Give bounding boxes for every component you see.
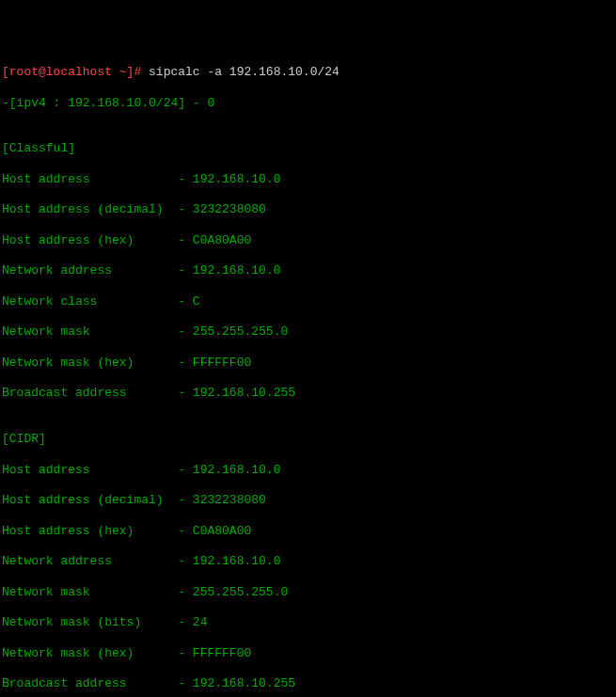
row-label: Network address bbox=[2, 263, 178, 277]
classful-row: Broadcast address - 192.168.10.255 bbox=[2, 386, 614, 401]
row-label: Network mask (bits) bbox=[2, 615, 178, 629]
cidr-row: Host address (hex) - C0A80A00 bbox=[2, 524, 614, 539]
row-label: Network mask bbox=[2, 585, 178, 599]
output-header: -[ipv4 : 192.168.10.0/24] - 0 bbox=[2, 96, 614, 111]
cidr-row: Network address - 192.168.10.0 bbox=[2, 554, 614, 569]
classful-row: Network mask - 255.255.255.0 bbox=[2, 325, 614, 340]
row-label: Network mask (hex) bbox=[2, 646, 178, 660]
row-value: - 192.168.10.0 bbox=[178, 463, 280, 477]
prompt-line[interactable]: [root@localhost ~]# sipcalc -a 192.168.1… bbox=[2, 65, 614, 80]
cidr-title: [CIDR] bbox=[2, 432, 614, 447]
row-label: Network address bbox=[2, 554, 178, 568]
row-value: - 255.255.255.0 bbox=[178, 325, 288, 339]
classful-row: Network mask (hex) - FFFFFF00 bbox=[2, 356, 614, 371]
classful-row: Network class - C bbox=[2, 294, 614, 309]
row-label: Host address (decimal) bbox=[2, 493, 178, 507]
row-value: - 255.255.255.0 bbox=[178, 585, 288, 599]
cidr-row: Host address (decimal) - 3232238080 bbox=[2, 493, 614, 508]
row-value: - 3232238080 bbox=[178, 493, 266, 507]
classful-title: [Classful] bbox=[2, 141, 614, 156]
prompt-command: sipcalc -a 192.168.10.0/24 bbox=[141, 65, 340, 79]
row-label: Host address (decimal) bbox=[2, 202, 178, 216]
row-value: - 192.168.10.0 bbox=[178, 172, 280, 186]
cidr-row: Host address - 192.168.10.0 bbox=[2, 463, 614, 478]
cidr-row: Network mask (bits) - 24 bbox=[2, 615, 614, 630]
cidr-row: Network mask - 255.255.255.0 bbox=[2, 585, 614, 600]
row-value: - FFFFFF00 bbox=[178, 646, 251, 660]
row-label: Host address (hex) bbox=[2, 524, 178, 538]
row-label: Broadcast address bbox=[2, 676, 178, 690]
row-value: - C bbox=[178, 294, 199, 309]
row-label: Host address bbox=[2, 172, 178, 186]
row-value: - C0A80A00 bbox=[178, 233, 251, 247]
row-value: - 192.168.10.0 bbox=[178, 263, 280, 277]
row-label: Broadcast address bbox=[2, 386, 178, 400]
row-label: Network class bbox=[2, 294, 178, 309]
cidr-row: Network mask (hex) - FFFFFF00 bbox=[2, 646, 614, 661]
cidr-row: Broadcast address - 192.168.10.255 bbox=[2, 676, 614, 691]
row-value: - 192.168.10.255 bbox=[178, 676, 295, 690]
row-value: - 192.168.10.0 bbox=[178, 554, 280, 568]
classful-row: Network address - 192.168.10.0 bbox=[2, 263, 614, 278]
row-label: Host address bbox=[2, 463, 178, 477]
row-value: - 3232238080 bbox=[178, 202, 266, 216]
row-value: - C0A80A00 bbox=[178, 524, 251, 538]
row-label: Network mask bbox=[2, 325, 178, 339]
classful-row: Host address - 192.168.10.0 bbox=[2, 172, 614, 187]
row-label: Host address (hex) bbox=[2, 233, 178, 247]
row-value: - 24 bbox=[178, 615, 207, 629]
classful-row: Host address (hex) - C0A80A00 bbox=[2, 233, 614, 248]
row-value: - 192.168.10.255 bbox=[178, 386, 295, 400]
row-value: - FFFFFF00 bbox=[178, 356, 251, 370]
row-label: Network mask (hex) bbox=[2, 356, 178, 370]
prompt-user-host: [root@localhost ~]# bbox=[2, 65, 141, 79]
classful-row: Host address (decimal) - 3232238080 bbox=[2, 202, 614, 217]
